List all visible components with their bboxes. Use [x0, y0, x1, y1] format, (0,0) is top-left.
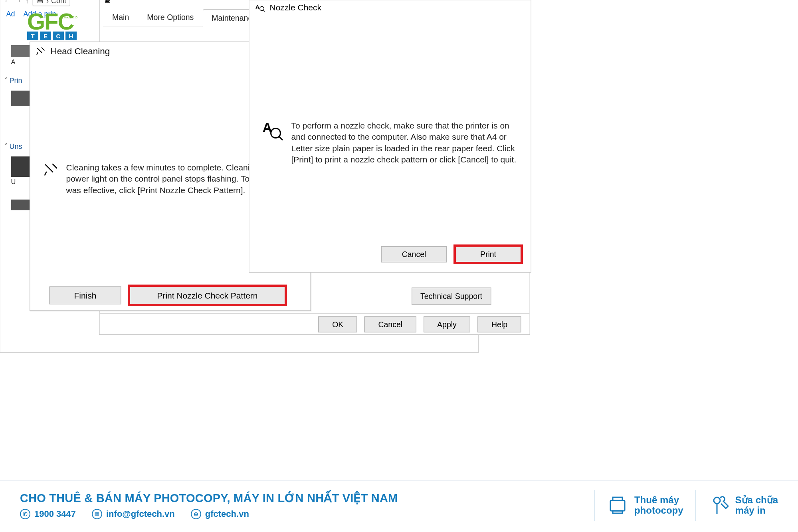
tab-more-options[interactable]: More Options [138, 9, 203, 27]
logo-text: GFC [27, 8, 73, 34]
svg-text:A: A [255, 4, 260, 10]
promo-footer: CHO THUÊ & BÁN MÁY PHOTOCOPY, MÁY IN LỚN… [0, 480, 798, 532]
tab-main[interactable]: Main [103, 9, 138, 27]
head-cleaning-icon [44, 162, 59, 178]
cancel-button[interactable]: Cancel [364, 316, 416, 333]
forward-icon[interactable]: → [15, 0, 22, 5]
nozzle-check-icon: A [255, 3, 265, 12]
gfc-logo: GFC Since 2010 T E C H [27, 8, 77, 40]
printer-icon: 🖶 [105, 0, 111, 4]
svg-point-9 [714, 497, 720, 504]
mail-icon: ✉ [92, 509, 102, 519]
wrench-icon [708, 495, 729, 516]
globe-icon: ⊕ [191, 509, 201, 519]
print-button[interactable]: Print [455, 246, 521, 263]
svg-line-5 [279, 137, 283, 140]
ok-button[interactable]: OK [319, 316, 357, 333]
apply-button[interactable]: Apply [424, 316, 471, 333]
svg-line-2 [263, 10, 265, 12]
copier-icon [607, 495, 628, 516]
finish-button[interactable]: Finish [50, 287, 121, 305]
service-repair-printer[interactable]: Sửa chữamáy in [708, 495, 778, 516]
up-icon[interactable]: ↑ [26, 0, 29, 5]
svg-point-4 [271, 129, 281, 138]
nozzle-check-dialog: A Nozzle Check A To perform a nozzle che… [249, 0, 531, 273]
dialog-message: To perform a nozzle check, make sure tha… [291, 120, 518, 165]
help-button[interactable]: Help [477, 316, 521, 333]
svg-rect-7 [613, 497, 622, 500]
phone-icon: ✆ [20, 509, 30, 519]
service-rent-copier[interactable]: Thuê máyphotocopy [607, 495, 683, 516]
cancel-button[interactable]: Cancel [381, 246, 447, 263]
print-nozzle-check-pattern-button[interactable]: Print Nozzle Check Pattern [130, 287, 285, 305]
svg-rect-8 [613, 511, 622, 513]
dialog-title: Head Cleaning [51, 46, 110, 56]
add-device-link[interactable]: Ad [6, 10, 15, 18]
printer-icon: 🖶 [37, 0, 44, 5]
nozzle-check-icon: A [263, 120, 283, 140]
footer-phone[interactable]: ✆1900 3447 [20, 509, 76, 519]
dialog-title: Nozzle Check [270, 3, 322, 12]
technical-support-button[interactable]: Technical Support [411, 288, 491, 305]
footer-site[interactable]: ⊕gfctech.vn [191, 509, 249, 519]
footer-email[interactable]: ✉info@gfctech.vn [92, 509, 175, 519]
svg-rect-6 [610, 500, 625, 511]
head-cleaning-icon [36, 46, 46, 55]
svg-point-1 [260, 6, 264, 11]
back-icon[interactable]: ← [4, 0, 11, 5]
footer-headline: CHO THUÊ & BÁN MÁY PHOTOCOPY, MÁY IN LỚN… [20, 491, 582, 505]
